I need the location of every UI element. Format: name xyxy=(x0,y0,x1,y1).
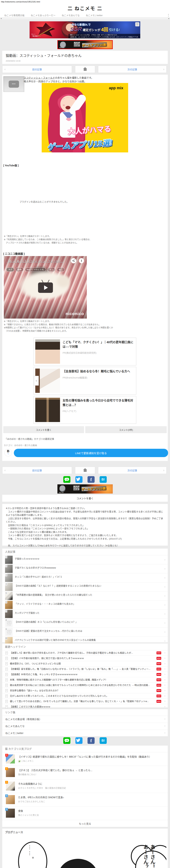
list-item[interactable]: 2 【子ネコ】 ２匹の犬が仲良く寝ていた。静かだねぇ → と思ったら... 猫の… xyxy=(2,766,168,779)
nav-item-antenna[interactable]: ねこメモあんてな xyxy=(62,13,80,17)
prev-article-button[interactable]: ‹ 前の記事 xyxy=(2,467,72,474)
list-item[interactable]: 7カンボジアで子猫拾った› xyxy=(2,610,168,619)
twitter-icon[interactable] xyxy=(75,476,83,483)
nico-video-title[interactable]: 【ぬっこぬこに】スコティッシュ・フォールド… xyxy=(7,259,63,263)
pr-ad-title[interactable]: こども「ママ、クチくさい！」｜40代の更年期口臭には○○で対策 xyxy=(62,340,134,349)
list-item[interactable]: 親は長男崇拝で女の私には二言目には誰に食わせてもらってんだとか精神的いじめとあか… xyxy=(2,683,168,688)
headline-link[interactable]: 非効率な職場の「謎ルール」はなぜ生まれるか？ xyxy=(10,688,152,693)
list-item[interactable]: ねこメモあんてな› xyxy=(2,723,168,730)
pr-ad-card[interactable]: 女性の薄毛悩みを救った今日から自宅でできる薄毛対策とは…？ PR(ヘアモア) xyxy=(34,396,136,424)
tag-pill[interactable]: ぬこ xyxy=(57,268,65,272)
headline-link[interactable]: 【謝罪しろ】嫁が青い目の子供を産んだので、ブチ切れて離婚を切り出し、子供の遺伝子… xyxy=(10,650,152,655)
list-item[interactable]: 優しくて思いやりのある旦那に、DVをでっち上げて離婚した。旦那「俺はそんな事して… xyxy=(2,699,168,704)
list-item[interactable]: 4【SNSで話題の画像】「え？なにか？？」超絶邪魔をするニャンコの表情がたまらな… xyxy=(2,582,168,591)
list-item[interactable]: no image9【SNSで話題】愛猫の急死で注文キャンセル→代わりに届いたのは… xyxy=(2,627,168,637)
site-title[interactable]: 二 ねこメモ 二 xyxy=(0,5,170,12)
list-item[interactable]: 5「世界最悪の猫の里親募集」 気分が悪いのかと思ったらただの嫌な奴だった› xyxy=(2,591,168,600)
scroll-right-icon[interactable]: ▶ xyxy=(168,18,169,19)
info-icon[interactable]: i xyxy=(79,258,84,264)
home-button[interactable] xyxy=(75,66,95,73)
facebook-icon[interactable]: f xyxy=(87,737,95,744)
article-link[interactable]: ネッコ「人間の手やんけ！舐めたろ！」ﾍﾟﾛﾍﾟﾛ xyxy=(15,575,157,578)
list-item[interactable]: 3 それは扇風機のように おそらくその平凡こそ幸せ 猫と家族の日常絵日記 xyxy=(2,779,168,793)
article-link[interactable]: バナナにうっとりするお顔が可愛いと海外のSNDで大人気なビーンさんの画像集 xyxy=(15,638,157,642)
prev-article-button[interactable]: ‹ 前の記事 xyxy=(2,66,72,73)
list-item[interactable]: 1子猫拾ったｗｗｗｗｗｗ› xyxy=(2,555,168,564)
list-item[interactable]: 【画像】このマスク美人の素顔ｗｗｗｗ› xyxy=(2,704,168,709)
line-icon[interactable]: LINE xyxy=(63,737,71,744)
share-icon[interactable] xyxy=(71,258,76,264)
list-item[interactable]: 兄がしぬのをただ黙ってみていた。このままだとどうなるかは分かっていたけど何もしな… xyxy=(2,693,168,699)
breed-link[interactable]: スコティッシュ・フォールド xyxy=(24,76,55,79)
comment-count-button[interactable]: コメント(0件) xyxy=(85,426,167,433)
next-article-button[interactable]: 次の記事 › xyxy=(98,467,167,474)
list-item[interactable]: 【悲報】バキ作者の板垣恵介、娘に実力で追い抜かれてしまうｗｗｗｗｗNEW› xyxy=(2,656,168,661)
list-item[interactable]: 6「クッソ、イライラするな・・・ネッコの画像でも見るか」› xyxy=(2,600,168,610)
scroll-down-icon[interactable]: ▼ xyxy=(168,16,169,17)
pr-ad-card[interactable]: こども「ママ、クチくさい！」｜40代の更年期口臭には○○で対策 PR(株式会社日… xyxy=(34,338,136,365)
nav-item-twitter[interactable]: ねこメモ | twitter xyxy=(86,13,102,17)
banner-ad-appmix[interactable]: 大人が ハマる ゲームアプリ15選! app mix xyxy=(57,40,113,49)
list-item[interactable]: 1 【イギリス】総選挙で疲れた国民に癒やしを！BBCが「ルンバに乗った猫が行き来… xyxy=(2,752,168,766)
headline-link[interactable]: 【修羅場】家を新築した。俺「白粉みたいな匂いがする...（イライラ」娘「しないよ… xyxy=(10,666,152,672)
comic-image[interactable]: ……。 あーさん！ あーさん？ おーい！ "返事をしない"娘をからかってみた xyxy=(4,835,166,868)
article-link[interactable]: 【SNSで話題の画像】「え？なにか？？」超絶邪魔をするニャンコの表情がたまらない xyxy=(15,584,157,587)
carousel-prev-icon[interactable]: ‹ xyxy=(34,376,39,385)
facebook-icon[interactable]: f xyxy=(87,476,95,483)
tag-pill[interactable]: 動物 xyxy=(15,268,24,272)
article-link[interactable]: 子猫拾ったｗｗｗｗｗｗ xyxy=(15,557,157,560)
headline-link[interactable]: 【悲報】バキ作者の板垣恵介、娘に実力で追い抜かれてしまうｗｗｗｗｗ xyxy=(10,656,152,661)
list-item[interactable]: 非効率な職場の「謎ルール」はなぜ生まれるか？NEW› xyxy=(2,688,168,693)
list-item[interactable]: 5 食後 馬とニャンコと男と女 xyxy=(2,807,168,820)
nav-item-uploader[interactable]: ねこメモあっぷろーだー xyxy=(31,13,55,17)
banner-ad-appmix-big[interactable]: app mix 大人がハマる ゲームアプリ15選! xyxy=(42,83,128,152)
headline-link[interactable]: 兄がしぬのをただ黙ってみていた。このままだとどうなるかは分かっていたけど何もしな… xyxy=(10,693,152,699)
vertical-scrollbar[interactable]: ▲▼ xyxy=(168,13,169,17)
list-item[interactable]: ねこメモ | twitter› xyxy=(2,730,168,737)
link-label[interactable]: ねこメモあんてな xyxy=(5,725,25,727)
line-icon[interactable]: LINE xyxy=(63,476,71,483)
pr-ad-title[interactable]: 女性の薄毛悩みを救った今日から自宅でできる薄毛対策とは…？ xyxy=(62,398,134,407)
tag-pill[interactable]: ネコ xyxy=(47,268,55,272)
nico-video-player[interactable]: 【ぬっこぬこに】スコティッシュ・フォールド… i タグ 動物 AV(アニマルビデ… xyxy=(4,256,87,318)
hatena-icon[interactable]: B! xyxy=(99,737,107,744)
tag-pill[interactable]: AV(アニマルビデオ) xyxy=(25,268,46,272)
headline-link[interactable]: 優しくて思いやりのある旦那に、DVをでっち上げて離婚した。旦那「俺はそんな事して… xyxy=(10,699,152,704)
write-comment-button[interactable]: コメントを書く xyxy=(3,426,84,433)
article-link[interactable]: 「クッソ、イライラするな・・・ネッコの画像でも見るか」 xyxy=(15,602,157,606)
headline-link[interactable]: 【画像】このマスク美人の素顔ｗｗｗｗ xyxy=(10,704,152,709)
banner-ad-appmix[interactable]: 大人が ハマる ゲームアプリ15選! app mix xyxy=(57,484,113,494)
pr-ad-title[interactable]: 【全身脱毛】始めるなら冬！剛毛に悩んでいる方へ xyxy=(62,369,130,374)
comment-write-header[interactable]: コメントを書く xyxy=(2,495,168,502)
headline-link[interactable]: 橋本環奈さん（20）、ついにガチのスッピンを公開 xyxy=(10,661,152,666)
more-button[interactable]: もっと見る xyxy=(2,820,168,828)
scroll-up-icon[interactable]: ▲ xyxy=(168,13,169,15)
headline-link[interactable]: 【超画像】90年代のこち亀、キレッキレすぎるｗｗｗｗｗｗｗｗｗ xyxy=(10,672,152,677)
headline-link[interactable]: 親は長男崇拝で女の私には二言目には誰に食わせてもらってんだとか精神的いじめとあか… xyxy=(10,683,152,688)
list-item[interactable]: 2子猫デカくなるの早すぎワロタwwwwww› xyxy=(2,564,168,574)
blog-post-link[interactable]: たま男、6年2ヶ月の月命日 SNOWで変身♪ xyxy=(18,796,161,799)
next-article-button[interactable]: 次の記事 › xyxy=(98,66,167,73)
blog-post-link[interactable]: それは扇風機のように xyxy=(18,782,161,785)
list-item[interactable]: 3ネッコ「人間の手やんけ！舐めたろ！」ﾍﾟﾛﾍﾟﾛ› xyxy=(2,574,168,582)
category-link[interactable]: ほのぼの・癒される動画 xyxy=(14,444,37,447)
article-link[interactable]: 子猫デカくなるの早すぎワロタwwwwww xyxy=(15,566,157,569)
link-label[interactable]: ねこメモ | twitter xyxy=(5,732,24,735)
line-subscribe-button[interactable]: LINEで更新通知を受け取る xyxy=(14,449,168,457)
blog-post-link[interactable]: 【イギリス】総選挙で疲れた国民に癒やしを！BBCが「ルンバに乗った猫が行き来する… xyxy=(18,755,161,758)
blog-post-link[interactable]: 【子ネコ】 ２匹の犬が仲良く寝ていた。静かだねぇ → と思ったら... xyxy=(18,768,161,772)
article-link[interactable]: 「世界最悪の猫の里親募集」 気分が悪いのかと思ったらただの嫌な奴だった xyxy=(15,593,157,596)
article-link[interactable]: 【SNSで話題の画像】ネコ「にんげん何を覗いてんのにゃ？」 xyxy=(15,620,157,623)
hatena-icon[interactable]: B! xyxy=(99,476,107,483)
tag-pill[interactable]: タグ xyxy=(6,268,14,272)
list-item[interactable]: 【超画像】90年代のこち亀、キレッキレすぎるｗｗｗｗｗｗｗｗｗNEW› xyxy=(2,672,168,677)
pr-ad-card[interactable]: 【全身脱毛】始めるなら冬！剛毛に悩んでいる方へ PR(BrandJournal編… xyxy=(34,367,136,395)
list-item[interactable]: ねこメモの集会場（専用掲示板）› xyxy=(2,716,168,723)
nav-item-board[interactable]: ねこメモ専用掲示板 xyxy=(4,13,25,17)
list-item[interactable]: 橋本環奈さん（20）、ついにガチのスッピンを公開NEW› xyxy=(2,661,168,666)
list-item[interactable]: 米軍、特殊作戦機に続きステルス戦闘機F-22ラプター4機も朝鮮半島付近に配備..… xyxy=(2,677,168,683)
horizontal-scrollbar[interactable]: ◀ ▶ xyxy=(0,18,170,20)
list-item[interactable]: no image8【SNSで話題の画像】ネコ「にんげん何を覗いてんのにゃ？」› xyxy=(2,619,168,627)
blog-post-link[interactable]: 食後 xyxy=(18,809,161,812)
play-button-icon[interactable] xyxy=(38,282,53,293)
